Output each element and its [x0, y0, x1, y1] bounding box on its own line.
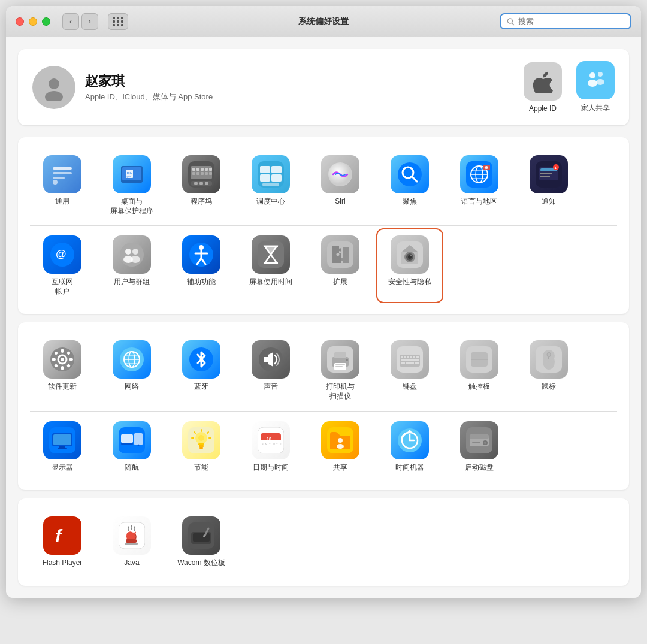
svg-point-147	[138, 444, 140, 446]
language-label: 语言与地区	[461, 197, 497, 207]
energy-icon	[182, 421, 220, 459]
svg-rect-127	[401, 362, 405, 364]
energy-label: 节能	[194, 463, 208, 473]
dock-icon	[182, 155, 220, 193]
trackpad-icon	[460, 340, 498, 379]
pref-item-startup[interactable]: 启动磁盘	[447, 415, 512, 479]
sharing-icon	[321, 421, 359, 459]
pref-item-timemachine[interactable]: 时间机器	[377, 415, 442, 479]
pref-item-keyboard[interactable]: 键盘	[377, 334, 442, 407]
window-title: 系统偏好设置	[298, 16, 349, 27]
search-input[interactable]	[518, 17, 624, 26]
grid-view-button[interactable]	[108, 13, 128, 30]
close-button[interactable]	[16, 17, 24, 26]
pref-item-general[interactable]: 通用	[30, 149, 95, 222]
svg-point-87	[61, 358, 64, 361]
svg-rect-39	[262, 183, 279, 186]
pref-item-java[interactable]: Java	[99, 510, 164, 574]
pref-item-energy[interactable]: 节能	[169, 415, 234, 479]
internet-icon: @	[43, 235, 81, 274]
pref-item-sidecar[interactable]: 随航	[99, 415, 164, 479]
svg-point-33	[205, 182, 208, 185]
svg-text:M: M	[265, 443, 267, 446]
sidecar-icon	[113, 421, 151, 459]
pref-item-spotlight[interactable]: 聚焦	[377, 149, 442, 222]
maximize-button[interactable]	[42, 17, 50, 26]
svg-rect-142	[58, 448, 67, 449]
forward-button[interactable]: ›	[81, 13, 98, 30]
software-svg	[49, 346, 75, 373]
svg-rect-36	[271, 166, 282, 173]
svg-rect-152	[199, 447, 203, 449]
pref-item-accessibility[interactable]: 辅助功能	[169, 229, 234, 302]
mission-label: 调度中心	[256, 197, 285, 207]
mouse-label: 鼠标	[542, 382, 556, 392]
pref-item-mission[interactable]: 调度中心	[238, 149, 303, 222]
svg-point-32	[199, 182, 203, 185]
spotlight-label: 聚焦	[403, 197, 417, 207]
svg-text:S: S	[262, 443, 264, 446]
pref-item-dock[interactable]: 程序坞	[169, 149, 234, 222]
desktop-label: 桌面与屏幕保护程序	[110, 197, 153, 216]
svg-point-84	[410, 255, 412, 256]
pref-item-notification[interactable]: 1 通知	[516, 149, 581, 222]
trackpad-label: 触控板	[468, 382, 490, 392]
pref-item-datetime[interactable]: 18 S M T W T F 日期与时间	[238, 415, 303, 479]
mouse-icon	[530, 340, 568, 379]
pref-item-users[interactable]: 用户与群组	[99, 229, 164, 302]
display-label: 显示器	[52, 463, 73, 473]
pref-item-printer[interactable]: 打印机与扫描仪	[308, 334, 373, 407]
pref-item-desktop[interactable]: File New One 桌面与屏幕保护程序	[99, 149, 164, 222]
accessibility-svg	[188, 241, 214, 268]
minimize-button[interactable]	[29, 17, 37, 26]
apple-logo-icon	[531, 69, 555, 93]
svg-rect-35	[260, 166, 270, 173]
pref-item-display[interactable]: 显示器	[30, 415, 95, 479]
svg-rect-110	[335, 364, 345, 365]
pref-item-flash[interactable]: f Flash Player	[30, 510, 95, 574]
pref-item-extensions[interactable]: 扩展	[308, 229, 373, 302]
row3-grid: 软件更新 网络	[30, 334, 617, 407]
pref-item-security[interactable]: 安全性与隐私	[377, 229, 442, 302]
pref-item-network[interactable]: 网络	[99, 334, 164, 407]
svg-point-7	[596, 79, 604, 85]
svg-text:18: 18	[267, 437, 271, 441]
sound-label: 声音	[264, 382, 278, 392]
svg-rect-20	[192, 168, 195, 171]
user-subtitle: Apple ID、iCloud、媒体与 App Store	[85, 92, 213, 102]
svg-point-61	[120, 243, 144, 267]
svg-point-6	[598, 72, 603, 77]
family-sharing-button[interactable]: 家人共享	[576, 61, 615, 113]
pref-item-bluetooth[interactable]: 蓝牙	[169, 334, 234, 407]
mission-icon	[252, 155, 290, 193]
notification-icon: 1	[530, 155, 568, 193]
trackpad-svg	[466, 346, 492, 373]
pref-item-screen-time[interactable]: 屏幕使用时间	[238, 229, 303, 302]
timemachine-label: 时间机器	[395, 463, 424, 473]
apple-id-button[interactable]: Apple ID	[524, 62, 562, 113]
pref-item-software[interactable]: 软件更新	[30, 334, 95, 407]
svg-rect-38	[271, 174, 282, 182]
pref-item-internet[interactable]: @ 互联网帐户	[30, 229, 95, 302]
svg-rect-25	[192, 172, 195, 175]
security-icon	[391, 235, 429, 274]
svg-text:One: One	[127, 177, 131, 180]
flash-icon: f	[43, 516, 81, 555]
back-button[interactable]: ‹	[62, 13, 79, 30]
pref-item-siri[interactable]: Siri	[308, 149, 373, 222]
screen-time-label: 屏幕使用时间	[249, 277, 292, 287]
pref-item-sound[interactable]: 声音	[238, 334, 303, 407]
pref-item-language[interactable]: 语言与地区	[447, 149, 512, 222]
sidecar-label: 随航	[125, 463, 139, 473]
display-icon	[43, 421, 81, 459]
printer-icon	[321, 340, 359, 379]
svg-text:File: File	[127, 171, 132, 175]
mouse-svg	[536, 346, 562, 373]
search-bar[interactable]	[500, 13, 631, 29]
pref-item-sharing[interactable]: 共享	[308, 415, 373, 479]
pref-item-mouse[interactable]: 鼠标	[516, 334, 581, 407]
pref-item-wacom[interactable]: Wacom 数位板	[169, 510, 234, 574]
titlebar: ‹ › 系统偏好设置	[6, 6, 641, 37]
svg-rect-121	[401, 359, 404, 361]
pref-item-trackpad[interactable]: 触控板	[447, 334, 512, 407]
